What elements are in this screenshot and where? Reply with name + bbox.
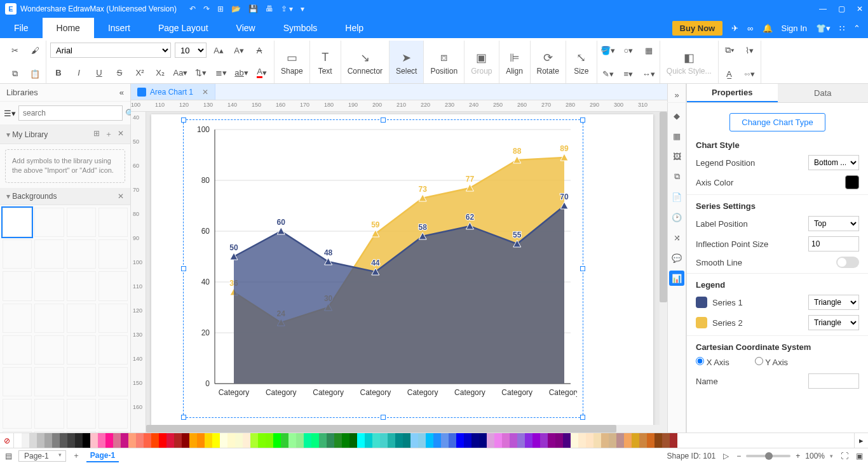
resize-handle[interactable] (181, 266, 186, 271)
open-icon[interactable]: 📂 (231, 4, 241, 13)
color-swatch[interactable] (502, 433, 510, 448)
increase-font-icon[interactable]: A▴ (210, 42, 227, 58)
color-swatch[interactable] (334, 433, 342, 448)
collapse-ribbon-icon[interactable]: ⌃ (853, 23, 860, 33)
comment-icon[interactable]: 💬 (669, 250, 684, 265)
legend-position-select[interactable]: Bottom ... (808, 155, 859, 170)
color-swatch[interactable] (166, 433, 174, 448)
color-swatch[interactable] (571, 433, 578, 448)
arrows-icon[interactable]: ↔▾ (641, 65, 657, 82)
color-swatch[interactable] (517, 433, 525, 448)
shape-style-icon[interactable]: ○▾ (620, 42, 637, 58)
cut-icon[interactable]: ✂ (6, 42, 23, 58)
color-swatch[interactable] (144, 433, 151, 448)
color-swatch[interactable] (227, 433, 235, 448)
buy-now-button[interactable]: Buy Now (672, 21, 723, 36)
color-swatch[interactable] (128, 433, 136, 448)
strike-icon[interactable]: S (111, 64, 128, 81)
resize-handle[interactable] (580, 266, 585, 271)
change-chart-type-button[interactable]: Change Chart Type (729, 113, 825, 131)
axis-color-swatch[interactable] (845, 175, 859, 189)
size-tool[interactable]: ⤡Size (566, 41, 597, 83)
bg-thumb[interactable] (98, 239, 128, 269)
current-page-tab[interactable]: Page-1 (86, 450, 119, 462)
color-swatch[interactable] (14, 433, 22, 448)
tab-properties[interactable]: Properties (687, 84, 778, 102)
bg-thumb[interactable] (3, 431, 32, 433)
bg-thumb[interactable] (98, 208, 128, 237)
notification-icon[interactable]: 🔔 (763, 23, 773, 33)
highlight-icon[interactable]: A̲ (721, 65, 738, 82)
layout-icon[interactable]: ▦ (669, 128, 684, 144)
bg-thumb[interactable] (67, 271, 96, 300)
color-swatch[interactable] (479, 433, 487, 448)
bg-thumb[interactable] (98, 304, 128, 333)
color-swatch[interactable] (258, 433, 266, 448)
font-family-select[interactable]: Arial (50, 43, 171, 58)
add-icon[interactable]: ＋ (105, 129, 112, 140)
minimize-icon[interactable]: — (819, 4, 827, 13)
color-swatch[interactable] (212, 433, 220, 448)
color-swatch[interactable] (342, 433, 349, 448)
color-swatch[interactable] (281, 433, 288, 448)
bg-thumb[interactable] (3, 271, 32, 300)
color-swatch[interactable] (182, 433, 189, 448)
fit-page-icon[interactable]: ⛶ (841, 452, 848, 460)
export-icon[interactable]: ⇪ ▾ (281, 4, 293, 13)
tab-file[interactable]: File (0, 18, 43, 38)
color-swatch[interactable] (578, 433, 586, 448)
color-swatch[interactable] (29, 433, 37, 448)
color-swatch[interactable] (586, 433, 593, 448)
subscript-icon[interactable]: X₂ (152, 64, 168, 81)
series2-marker-select[interactable]: Triangle (808, 315, 859, 330)
color-swatch[interactable] (357, 433, 365, 448)
color-swatch[interactable] (205, 433, 212, 448)
page-icon[interactable]: 📄 (669, 189, 684, 205)
vertical-scrollbar[interactable] (660, 112, 667, 425)
decrease-font-icon[interactable]: A▾ (231, 42, 247, 58)
tab-close-icon[interactable]: ✕ (202, 88, 208, 97)
remove-bg-icon[interactable]: ✕ (118, 192, 124, 201)
bg-thumb[interactable] (3, 239, 32, 269)
bg-thumb[interactable] (3, 367, 32, 396)
color-swatch[interactable] (441, 433, 449, 448)
format-painter-icon[interactable]: 🖌 (27, 42, 43, 58)
color-swatch[interactable] (75, 433, 83, 448)
zoom-slider[interactable] (746, 455, 790, 457)
bg-thumb[interactable] (34, 239, 64, 269)
qat-more-icon[interactable]: ▾ (301, 4, 304, 13)
tab-help[interactable]: Help (331, 18, 377, 38)
add-page-icon[interactable]: ＋ (72, 450, 80, 461)
expand-right-icon[interactable]: » (667, 88, 686, 103)
send-icon[interactable]: ✈ (731, 23, 738, 33)
color-swatch[interactable] (426, 433, 433, 448)
connector-tool[interactable]: ↘Connector (341, 41, 390, 83)
color-swatch[interactable] (670, 433, 677, 448)
paste-icon[interactable]: 📋 (27, 65, 43, 82)
canvas[interactable]: 0204060801003624305973778889506048445862… (146, 112, 667, 433)
spacing-icon[interactable]: ⇅▾ (193, 64, 209, 81)
label-position-select[interactable]: Top (808, 216, 859, 231)
color-swatch[interactable] (349, 433, 357, 448)
color-swatch[interactable] (266, 433, 273, 448)
bg-thumb[interactable] (98, 431, 128, 433)
color-swatch[interactable] (67, 433, 75, 448)
color-swatch[interactable] (380, 433, 388, 448)
undo-icon[interactable]: ↶ (189, 4, 196, 13)
color-swatch[interactable] (410, 433, 418, 448)
bg-thumb[interactable] (34, 304, 64, 333)
color-swatch[interactable] (189, 433, 197, 448)
font-color-icon[interactable]: A▾ (254, 64, 270, 81)
bg-thumb[interactable] (3, 208, 32, 237)
tab-symbols[interactable]: Symbols (269, 18, 332, 38)
apps-icon[interactable]: ∷ (839, 23, 844, 33)
bg-thumb[interactable] (98, 399, 128, 428)
color-swatch[interactable] (601, 433, 609, 448)
theme-icon[interactable]: 👕▾ (816, 23, 831, 33)
color-swatch[interactable] (555, 433, 563, 448)
chart-props-icon[interactable]: 📊 (669, 271, 684, 286)
tab-page-layout[interactable]: Page Layout (144, 18, 222, 38)
color-swatch[interactable] (372, 433, 380, 448)
align-tool[interactable]: ⊫Align (499, 41, 531, 83)
color-swatch[interactable] (22, 433, 29, 448)
